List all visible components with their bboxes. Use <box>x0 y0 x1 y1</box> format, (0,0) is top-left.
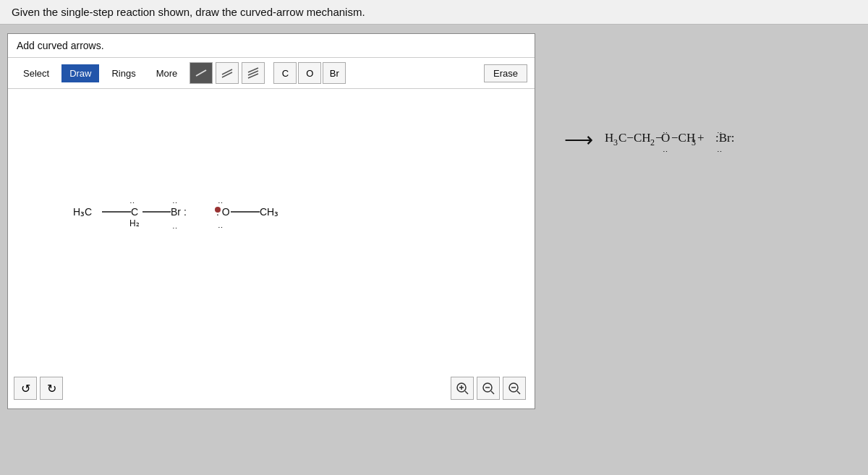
mol-h2: H₂ <box>129 218 140 228</box>
svg-line-12 <box>465 391 468 394</box>
main-area: Add curved arrows. Select Draw Rings Mor… <box>0 25 868 475</box>
svg-text:‥: ‥ <box>717 145 722 153</box>
reaction-arrow: ⟶ <box>564 128 593 152</box>
svg-text:‥: ‥ <box>663 145 668 153</box>
zoom-out-icon <box>508 382 521 395</box>
bond-icons <box>190 62 265 84</box>
reaction-display: ⟶ H 3 C−CH 2 − ‥ O ‥ −CH 3 + ‥ <box>564 120 836 159</box>
svg-text:O: O <box>661 131 670 145</box>
instruction-bar: Given the single-step reaction shown, dr… <box>0 0 868 25</box>
svg-line-14 <box>491 391 494 394</box>
draw-button[interactable]: Draw <box>61 64 99 82</box>
redo-button[interactable]: ↻ <box>40 377 63 400</box>
svg-text:C−CH: C−CH <box>618 131 651 145</box>
toolbar: Select Draw Rings More <box>8 58 535 89</box>
mol-c-dots: ‥ <box>129 196 135 205</box>
mol-c: C <box>131 206 138 218</box>
instruction-text: Given the single-step reaction shown, dr… <box>12 6 365 18</box>
mol-ch3: CH₃ <box>260 206 278 218</box>
svg-text:3: 3 <box>613 137 618 147</box>
draw-area[interactable]: H₃C C H₂ ‥ Br : ‥ ‥ ‥ ‥ <box>8 89 535 408</box>
svg-text:3: 3 <box>692 137 696 147</box>
svg-line-2 <box>222 72 232 77</box>
molecule-display: H₃C C H₂ ‥ Br : ‥ ‥ ‥ ‥ <box>66 176 355 262</box>
mol-br-dots: ‥ <box>172 196 177 205</box>
editor-title: Add curved arrows. <box>8 34 535 58</box>
zoom-out-button[interactable] <box>503 377 526 400</box>
mol-o-dots-top: ‥ <box>218 196 223 205</box>
svg-line-18 <box>517 391 520 394</box>
mol-o-dots-bottom: ‥ <box>218 221 223 229</box>
svg-line-1 <box>222 69 232 74</box>
product-svg: H 3 C−CH 2 − ‥ O ‥ −CH 3 + ‥ :Br: ‥ <box>605 120 836 156</box>
zoom-reset-icon <box>482 382 495 395</box>
atom-c-button[interactable]: C <box>273 62 297 84</box>
reaction-panel: ⟶ H 3 C−CH 2 − ‥ O ‥ −CH 3 + ‥ <box>550 33 861 159</box>
zoom-controls <box>451 377 526 400</box>
atom-o-button[interactable]: O <box>298 62 321 84</box>
undo-redo-controls: ↺ ↻ <box>14 377 63 400</box>
undo-button[interactable]: ↺ <box>14 377 37 400</box>
rings-button[interactable]: Rings <box>103 64 143 82</box>
svg-text:2: 2 <box>650 137 655 147</box>
svg-text::Br:: :Br: <box>715 131 734 145</box>
zoom-in-icon <box>456 382 469 395</box>
select-button[interactable]: Select <box>15 64 57 82</box>
zoom-reset-button[interactable] <box>477 377 500 400</box>
editor-panel: Add curved arrows. Select Draw Rings Mor… <box>7 33 535 409</box>
more-button[interactable]: More <box>148 64 186 82</box>
mol-o-radical <box>215 207 221 213</box>
mol-br: Br : <box>171 206 187 218</box>
reaction-product: H 3 C−CH 2 − ‥ O ‥ −CH 3 + ‥ :Br: ‥ <box>605 120 836 159</box>
double-bond-icon[interactable] <box>216 62 239 84</box>
zoom-in-button[interactable] <box>451 377 474 400</box>
erase-button[interactable]: Erase <box>484 64 527 82</box>
mol-br-dots2: ‥ <box>172 221 177 230</box>
atom-br-button[interactable]: Br <box>323 62 346 84</box>
mol-h3c: H₃C <box>73 206 92 218</box>
single-bond-icon[interactable] <box>190 62 213 84</box>
svg-line-0 <box>196 70 206 76</box>
svg-text:H: H <box>605 131 613 145</box>
triple-bond-icon[interactable] <box>242 62 265 84</box>
atom-buttons: C O Br <box>273 62 346 84</box>
svg-text:+: + <box>697 131 705 145</box>
